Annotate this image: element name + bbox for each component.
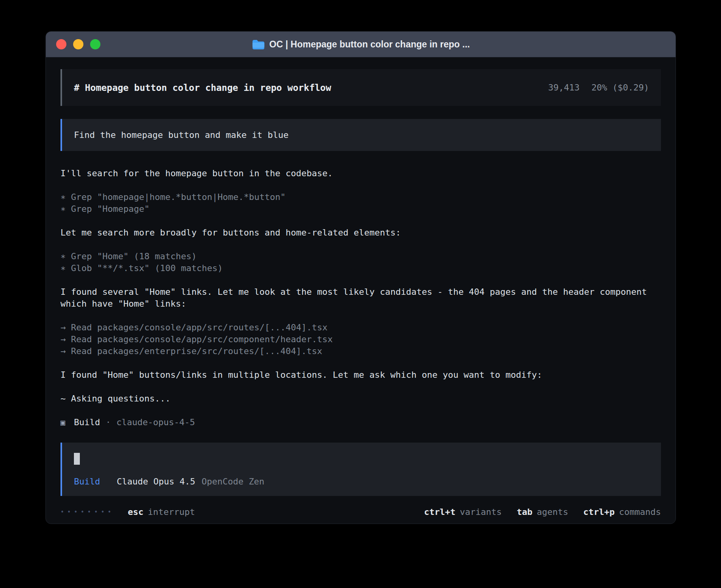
- agent-status-line: ▣ Build · claude-opus-4-5: [60, 416, 661, 428]
- terminal-window: OC | Homepage button color change in rep…: [45, 31, 676, 524]
- status-left: •••••••• esc interrupt: [60, 507, 195, 517]
- shortcut-agents: tab agents: [517, 507, 568, 517]
- status-bar: •••••••• esc interrupt ctrl+t variants t…: [60, 507, 661, 517]
- input-agent-label: Build: [74, 477, 100, 486]
- input-provider-label: OpenCode Zen: [202, 477, 264, 486]
- shortcut-key: tab: [517, 507, 532, 517]
- close-button[interactable]: [56, 39, 66, 49]
- input-model-label: Claude Opus 4.5: [117, 477, 195, 486]
- tool-call-grep: ∗ Grep "Homepage": [60, 203, 661, 215]
- tool-call-grep: ∗ Grep "homepage|home.*button|Home.*butt…: [60, 191, 661, 203]
- input-meta: Build Claude Opus 4.5 OpenCode Zen: [74, 477, 649, 486]
- shortcut-key: ctrl+t: [424, 507, 455, 517]
- tool-call-group: ∗ Grep "homepage|home.*button|Home.*butt…: [60, 191, 661, 215]
- session-header: # Homepage button color change in repo w…: [60, 69, 661, 106]
- traffic-lights: [56, 39, 100, 49]
- context-usage: 20% ($0.29): [591, 83, 649, 92]
- user-message-text: Find the homepage button and make it blu…: [74, 130, 289, 140]
- assistant-text: I found "Home" buttons/links in multiple…: [60, 369, 661, 381]
- token-count: 39,413: [548, 83, 579, 92]
- tool-call-read: → Read packages/enterprise/src/routes/[.…: [60, 345, 661, 357]
- window-title-text: OC | Homepage button color change in rep…: [269, 39, 470, 50]
- shortcut-commands: ctrl+p commands: [583, 507, 661, 517]
- zoom-button[interactable]: [90, 39, 100, 49]
- status-right: ctrl+t variants tab agents ctrl+p comman…: [424, 507, 661, 517]
- assistant-status-text: ~ Asking questions...: [60, 393, 661, 405]
- tool-call-group: ∗ Grep "Home" (18 matches) ∗ Glob "**/*.…: [60, 251, 661, 274]
- agent-separator: ·: [106, 416, 111, 428]
- shortcut-label: variants: [460, 507, 502, 517]
- prompt-input[interactable]: Build Claude Opus 4.5 OpenCode Zen: [60, 443, 661, 496]
- session-title: # Homepage button color change in repo w…: [74, 83, 331, 93]
- terminal-content: # Homepage button color change in repo w…: [46, 69, 676, 517]
- tool-call-glob: ∗ Glob "**/*.tsx" (100 matches): [60, 262, 661, 274]
- text-cursor: [74, 453, 80, 465]
- window-title: OC | Homepage button color change in rep…: [251, 39, 470, 50]
- folder-icon: [251, 39, 264, 49]
- desktop: { "window": { "title": "OC | Homepage bu…: [0, 0, 721, 588]
- esc-hint: interrupt: [148, 507, 195, 517]
- assistant-text: Let me search more broadly for buttons a…: [60, 227, 661, 239]
- spinner-dots: ••••••••: [60, 509, 114, 516]
- esc-key: esc: [128, 507, 143, 517]
- shortcut-label: commands: [619, 507, 661, 517]
- tool-call-read: → Read packages/console/app/src/componen…: [60, 334, 661, 345]
- session-meta: 39,413 20% ($0.29): [548, 83, 649, 92]
- window-titlebar[interactable]: OC | Homepage button color change in rep…: [46, 32, 676, 57]
- tool-call-grep: ∗ Grep "Home" (18 matches): [60, 251, 661, 262]
- tool-call-read: → Read packages/console/app/src/routes/[…: [60, 322, 661, 334]
- shortcut-key: ctrl+p: [583, 507, 615, 517]
- agent-name: Build: [74, 416, 100, 428]
- user-message: Find the homepage button and make it blu…: [60, 119, 661, 151]
- tool-call-group: → Read packages/console/app/src/routes/[…: [60, 322, 661, 357]
- minimize-button[interactable]: [73, 39, 83, 49]
- assistant-output: I'll search for the homepage button in t…: [60, 168, 661, 428]
- shortcut-variants: ctrl+t variants: [424, 507, 502, 517]
- shortcut-label: agents: [537, 507, 568, 517]
- agent-model: claude-opus-4-5: [117, 416, 195, 428]
- assistant-text: I found several "Home" links. Let me loo…: [60, 286, 661, 310]
- assistant-text: I'll search for the homepage button in t…: [60, 168, 661, 179]
- agent-icon: ▣: [60, 416, 65, 428]
